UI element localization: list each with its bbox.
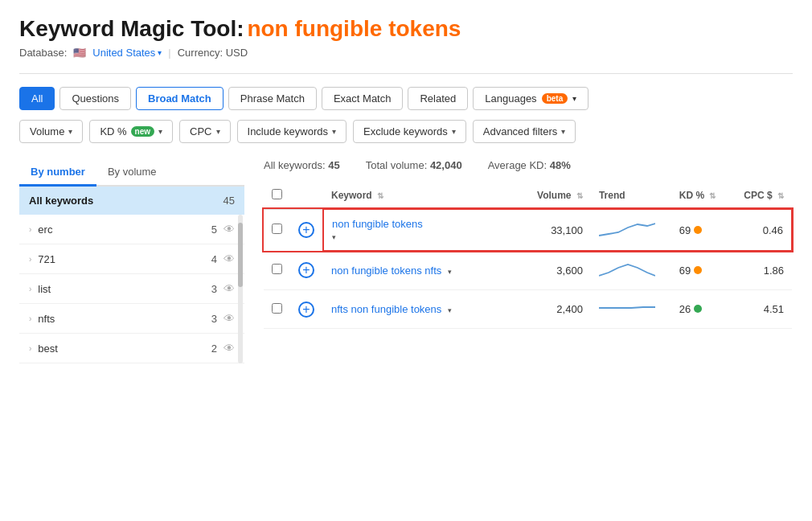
chevron-down-icon: ▾ xyxy=(572,94,576,103)
eye-icon[interactable]: 👁 xyxy=(224,252,235,265)
list-item[interactable]: › list 3 👁 xyxy=(19,274,244,304)
list-item[interactable]: › erc 5 👁 xyxy=(19,215,244,244)
filter-cpc[interactable]: CPC ▾ xyxy=(179,120,230,143)
filter-volume[interactable]: Volume ▾ xyxy=(19,120,83,143)
chevron-down-icon: ▾ xyxy=(332,127,336,136)
sidebar-all-keywords-header: All keywords 45 xyxy=(19,187,244,215)
row-checkbox[interactable] xyxy=(272,303,282,314)
eye-icon[interactable]: 👁 xyxy=(224,342,235,355)
all-keywords-stat: All keywords: 45 xyxy=(264,159,340,171)
keyword-dropdown[interactable]: ▾ xyxy=(448,268,452,276)
list-item[interactable]: › nfts 3 👁 xyxy=(19,304,244,334)
meta-divider: | xyxy=(168,47,170,59)
row-cpc-cell: 0.46 xyxy=(730,209,792,251)
table-row: + non fungible tokens nfts ▾ 3,600 xyxy=(264,251,792,290)
database-label: Database: xyxy=(19,47,67,59)
keyword-link[interactable]: non fungible tokens xyxy=(332,218,423,230)
sort-icon: ⇅ xyxy=(709,191,716,200)
sidebar-item-count: 2 xyxy=(211,343,217,355)
tab-all[interactable]: All xyxy=(19,87,55,110)
row-keyword-cell: nfts non fungible tokens ▾ xyxy=(323,290,519,329)
row-cpc-cell: 4.51 xyxy=(730,290,792,329)
sort-icon: ⇅ xyxy=(777,191,784,200)
row-kd-cell: 69 xyxy=(671,251,730,290)
row-volume-cell: 2,400 xyxy=(519,290,591,329)
sidebar-item-label: list xyxy=(38,283,211,295)
filter-advanced[interactable]: Advanced filters ▾ xyxy=(473,120,576,143)
filter-kd[interactable]: KD % new ▾ xyxy=(89,120,173,143)
tab-broad-match[interactable]: Broad Match xyxy=(136,87,224,110)
all-keywords-value: 45 xyxy=(328,159,339,171)
row-cpc-cell: 1.86 xyxy=(730,251,792,290)
eye-icon[interactable]: 👁 xyxy=(224,223,235,236)
sidebar-tab-by-volume[interactable]: By volume xyxy=(96,159,168,187)
keyword-link[interactable]: non fungible tokens nfts xyxy=(331,265,441,277)
chevron-down-icon: ▾ xyxy=(216,127,220,136)
sort-icon: ⇅ xyxy=(377,191,383,200)
table-header-checkbox xyxy=(264,183,290,209)
list-item[interactable]: › best 2 👁 xyxy=(19,334,244,363)
row-checkbox-cell xyxy=(264,209,290,251)
avg-kd-value: 48% xyxy=(550,159,571,171)
kd-indicator xyxy=(694,305,702,313)
chevron-down-icon: ▾ xyxy=(158,48,162,57)
keywords-table: Keyword ⇅ Volume ⇅ Trend KD % ⇅ CPC $ ⇅ xyxy=(264,183,793,329)
row-kd-cell: 69 xyxy=(671,209,730,251)
tab-questions[interactable]: Questions xyxy=(59,87,131,110)
avg-kd-stat: Average KD: 48% xyxy=(488,159,571,171)
chevron-right-icon: › xyxy=(29,285,31,293)
chevron-down-icon: ▾ xyxy=(561,127,565,136)
filter-exclude-keywords[interactable]: Exclude keywords ▾ xyxy=(353,120,466,143)
sidebar-header-label: All keywords xyxy=(29,195,93,207)
stats-row: All keywords: 45 Total volume: 42,040 Av… xyxy=(264,159,793,171)
table-header-keyword: Keyword ⇅ xyxy=(323,183,519,209)
trend-sparkline xyxy=(599,260,655,279)
chevron-down-icon: ▾ xyxy=(68,127,72,136)
flag-icon: 🇺🇸 xyxy=(73,47,86,59)
select-all-checkbox[interactable] xyxy=(272,189,282,199)
sidebar-item-label: 721 xyxy=(38,253,211,265)
sort-icon: ⇅ xyxy=(576,191,583,200)
tab-related[interactable]: Related xyxy=(408,87,468,110)
kd-indicator xyxy=(694,226,702,234)
sidebar-item-label: erc xyxy=(38,224,211,236)
table-row: + non fungible tokens ▾ 33,100 xyxy=(264,209,792,251)
eye-icon[interactable]: 👁 xyxy=(224,312,235,325)
row-trend-cell xyxy=(591,290,671,329)
trend-sparkline xyxy=(599,219,655,239)
filter-include-keywords[interactable]: Include keywords ▾ xyxy=(237,120,347,143)
total-volume-value: 42,040 xyxy=(430,159,462,171)
table-header-trend: Trend xyxy=(591,183,671,209)
tab-languages[interactable]: Languages beta ▾ xyxy=(473,87,588,110)
scroll-thumb[interactable] xyxy=(238,223,243,287)
beta-badge: beta xyxy=(542,93,568,104)
tab-exact-match[interactable]: Exact Match xyxy=(322,87,404,110)
sidebar-tab-by-number[interactable]: By number xyxy=(19,159,96,187)
sidebar-item-count: 5 xyxy=(211,224,217,236)
keyword-dropdown[interactable]: ▾ xyxy=(332,233,336,241)
total-volume-stat: Total volume: 42,040 xyxy=(366,159,462,171)
chevron-right-icon: › xyxy=(29,314,31,323)
table-header-cpc: CPC $ ⇅ xyxy=(730,183,792,209)
row-checkbox[interactable] xyxy=(272,224,282,234)
row-add-cell: + xyxy=(290,290,323,329)
database-selector[interactable]: United States ▾ xyxy=(92,47,162,59)
add-keyword-button[interactable]: + xyxy=(298,302,314,318)
sidebar-item-count: 3 xyxy=(211,313,217,325)
row-checkbox-cell xyxy=(264,251,290,290)
add-keyword-button[interactable]: + xyxy=(298,262,314,278)
keyword-dropdown[interactable]: ▾ xyxy=(448,306,452,314)
add-keyword-button[interactable]: + xyxy=(298,222,314,238)
main-area: All keywords: 45 Total volume: 42,040 Av… xyxy=(244,159,793,363)
row-keyword-cell: non fungible tokens ▾ xyxy=(323,209,519,251)
list-item[interactable]: › 721 4 👁 xyxy=(19,244,244,274)
trend-sparkline xyxy=(599,298,655,318)
chevron-right-icon: › xyxy=(29,255,31,264)
scroll-track xyxy=(238,215,243,363)
row-checkbox[interactable] xyxy=(272,264,282,274)
header-divider xyxy=(19,73,793,74)
tab-phrase-match[interactable]: Phrase Match xyxy=(228,87,317,110)
eye-icon[interactable]: 👁 xyxy=(224,282,235,295)
keyword-link[interactable]: nfts non fungible tokens xyxy=(331,303,441,315)
sidebar-item-label: nfts xyxy=(38,313,211,325)
